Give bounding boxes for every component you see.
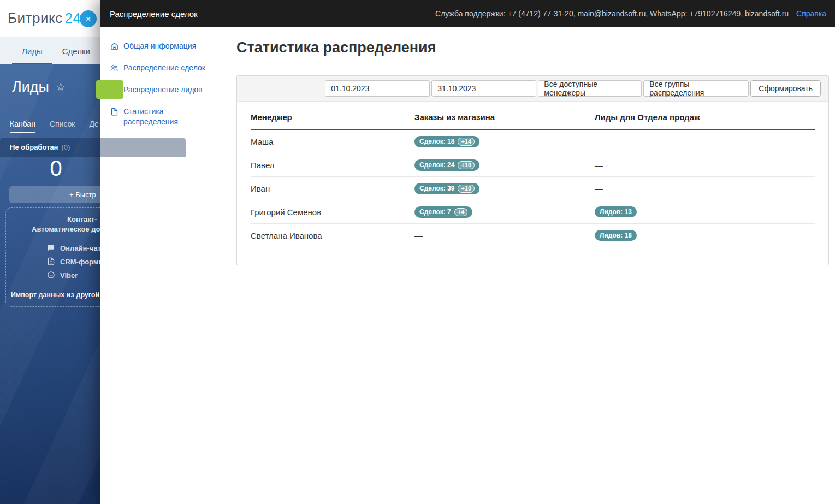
deals-count: Сделок: 7 xyxy=(419,208,451,216)
bitrix-logo: Битрикс24 xyxy=(8,10,81,27)
stats-table: Менеджер Заказы из магазина Лиды для Отд… xyxy=(237,102,828,265)
leads-count: Лидов: 13 xyxy=(600,208,632,216)
stats-card: Все доступные менеджеры Все группы распр… xyxy=(236,75,829,265)
overlay-header: Распределение сделок Служба поддержки: +… xyxy=(100,0,835,27)
distribution-app-overlay: Распределение сделок Служба поддержки: +… xyxy=(100,0,835,504)
overlay-body: Общая информация Распределение сделок Ра… xyxy=(100,27,835,504)
stats-page-title: Статистика распределения xyxy=(236,38,830,57)
logo-brand: Битрикс xyxy=(8,10,63,26)
deals-badge: Сделок: 39 +10 xyxy=(414,183,479,194)
home-icon xyxy=(110,41,119,53)
empty-value: — xyxy=(595,184,815,193)
form-icon xyxy=(47,257,55,267)
contact-channel-list: Онлайн-чат CRM-формы Viber xyxy=(6,241,185,282)
column-header-sales-leads: Лиды для Отдела продаж xyxy=(595,112,815,122)
screen: Битрикс24 ✕ Лиды Сделки Лиды☆ Канбан Спи… xyxy=(0,0,835,504)
empty-value: — xyxy=(414,231,595,240)
leads-count: Лидов: 18 xyxy=(600,232,632,239)
managers-select[interactable]: Все доступные менеджеры xyxy=(538,80,642,97)
manager-name: Иван xyxy=(251,184,414,193)
close-icon[interactable]: ✕ xyxy=(80,10,97,27)
empty-value: — xyxy=(595,161,815,170)
generate-button[interactable]: Сформировать xyxy=(750,80,821,97)
overlay-header-right: Служба поддержки: +7 (4712) 77-31-20, ma… xyxy=(435,9,826,18)
table-row: Григорий Семёнов Сделок: 7 +4 Лидов: 13 xyxy=(251,200,815,224)
table-row: Маша Сделок: 18 +14 — xyxy=(251,130,815,153)
kanban-column-header[interactable]: Не обработан (0) xyxy=(0,138,186,157)
view-tabs: Канбан Список Де xyxy=(10,120,99,133)
leads-badge: Лидов: 13 xyxy=(595,206,637,217)
sidebar-item-deal-distribution[interactable]: Распределение сделок xyxy=(100,58,223,80)
view-tab-activities[interactable]: Де xyxy=(89,120,98,133)
viber-icon xyxy=(47,271,55,281)
empty-value: — xyxy=(595,137,815,146)
help-link[interactable]: Справка xyxy=(796,9,826,18)
sidebar-item-general-info[interactable]: Общая информация xyxy=(100,36,223,58)
view-tab-kanban[interactable]: Канбан xyxy=(10,120,35,133)
view-tab-list[interactable]: Список xyxy=(50,120,75,133)
groups-select[interactable]: Все группы распределения xyxy=(643,80,749,97)
deals-delta-badge: +4 xyxy=(454,208,468,216)
table-header-row: Менеджер Заказы из магазина Лиды для Отд… xyxy=(251,102,815,130)
deals-badge: Сделок: 24 +10 xyxy=(414,159,479,171)
column-header-shop-orders: Заказы из магазина xyxy=(414,112,595,122)
deals-count: Сделок: 18 xyxy=(419,138,454,145)
page-title: Лиды☆ xyxy=(12,79,66,96)
kanban-total-value: 0 xyxy=(0,156,112,181)
add-lead-button[interactable] xyxy=(96,80,123,99)
channel-crm-forms[interactable]: CRM-формы xyxy=(47,255,185,269)
import-data-line: Импорт данных издругой xyxy=(11,291,100,299)
leads-badge: Лидов: 18 xyxy=(595,230,637,241)
kanban-column-title: Не обработан xyxy=(10,143,58,151)
channel-online-chat[interactable]: Онлайн-чат xyxy=(47,241,185,255)
tab-leads[interactable]: Лиды xyxy=(12,37,52,64)
quick-add-button[interactable]: + Быстр xyxy=(9,186,184,203)
overlay-main: Статистика распределения Все доступные м… xyxy=(223,27,835,504)
logo-number: 24 xyxy=(65,10,81,26)
table-row: Павел Сделок: 24 +10 — xyxy=(251,153,815,177)
chat-icon xyxy=(47,244,55,253)
contact-box-line2: Автоматическое до xyxy=(6,223,185,233)
document-icon xyxy=(110,106,119,118)
deals-delta-badge: +14 xyxy=(458,138,475,146)
deals-count: Сделок: 24 xyxy=(419,161,454,169)
overlay-title: Распределение сделок xyxy=(110,9,198,19)
manager-name: Маша xyxy=(251,137,414,146)
filter-bar: Все доступные менеджеры Все группы распр… xyxy=(237,76,828,102)
kanban-column-count: (0) xyxy=(61,143,70,151)
deals-delta-badge: +10 xyxy=(458,161,475,169)
users-icon xyxy=(110,63,119,75)
manager-name: Григорий Семёнов xyxy=(251,207,414,217)
table-row: Иван Сделок: 39 +10 — xyxy=(251,177,815,200)
manager-name: Светлана Иванова xyxy=(251,231,414,240)
contact-box-line1: Контакт- xyxy=(6,208,185,223)
tab-deals[interactable]: Сделки xyxy=(52,37,100,64)
column-header-manager: Менеджер xyxy=(251,112,414,122)
import-source-link[interactable]: другой xyxy=(76,291,99,299)
date-to-input[interactable] xyxy=(431,80,536,97)
manager-name: Павел xyxy=(251,161,414,170)
date-from-input[interactable] xyxy=(325,80,430,97)
deals-delta-badge: +10 xyxy=(458,185,475,193)
table-row: Светлана Иванова — Лидов: 18 xyxy=(251,224,815,247)
favorite-star-icon[interactable]: ☆ xyxy=(56,81,66,93)
sidebar-item-distribution-stats[interactable]: Статистика распределения xyxy=(100,102,223,132)
deals-badge: Сделок: 18 +14 xyxy=(414,136,479,147)
deals-count: Сделок: 39 xyxy=(419,185,454,192)
support-contacts: Служба поддержки: +7 (4712) 77-31-20, ma… xyxy=(435,9,789,18)
deals-badge: Сделок: 7 +4 xyxy=(414,206,472,218)
channel-viber[interactable]: Viber xyxy=(47,269,185,282)
